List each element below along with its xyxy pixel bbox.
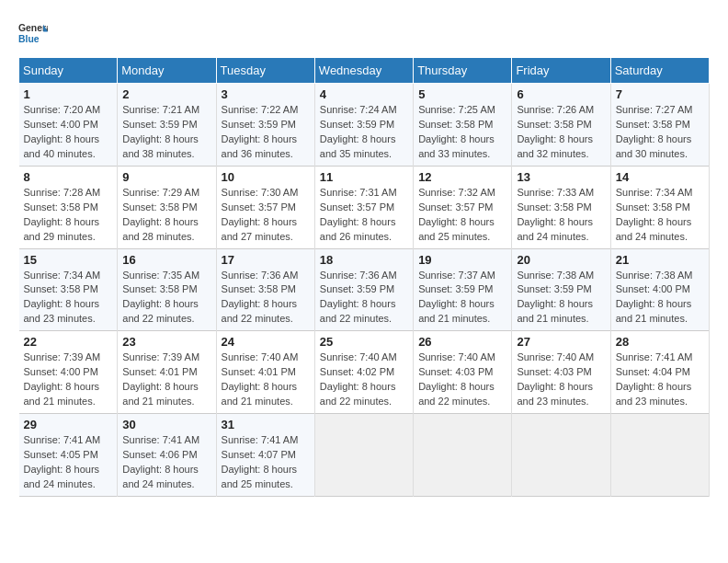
day-number: 2 <box>122 87 210 101</box>
calendar-cell: 29Sunrise: 7:41 AMSunset: 4:05 PMDayligh… <box>19 414 118 497</box>
day-number: 15 <box>24 253 113 267</box>
calendar-cell: 31Sunrise: 7:41 AMSunset: 4:07 PMDayligh… <box>216 414 314 497</box>
calendar-cell: 16Sunrise: 7:35 AMSunset: 3:58 PMDayligh… <box>118 248 216 331</box>
calendar-cell: 7Sunrise: 7:27 AMSunset: 3:58 PMDaylight… <box>610 84 709 167</box>
calendar-cell: 11Sunrise: 7:31 AMSunset: 3:57 PMDayligh… <box>314 166 413 248</box>
day-number: 21 <box>616 253 704 267</box>
day-number: 22 <box>24 335 113 349</box>
calendar-cell: 15Sunrise: 7:34 AMSunset: 3:58 PMDayligh… <box>19 248 118 331</box>
day-number: 7 <box>616 87 704 101</box>
calendar-cell: 18Sunrise: 7:36 AMSunset: 3:59 PMDayligh… <box>314 248 413 331</box>
calendar-cell: 8Sunrise: 7:28 AMSunset: 3:58 PMDaylight… <box>19 166 118 248</box>
weekday-header-saturday: Saturday <box>610 58 709 84</box>
day-info: Sunrise: 7:28 AMSunset: 3:58 PMDaylight:… <box>24 186 113 245</box>
calendar-week-3: 15Sunrise: 7:34 AMSunset: 3:58 PMDayligh… <box>19 248 710 331</box>
day-info: Sunrise: 7:40 AMSunset: 4:01 PMDaylight:… <box>222 350 310 409</box>
day-info: Sunrise: 7:31 AMSunset: 3:57 PMDaylight:… <box>320 186 408 245</box>
day-info: Sunrise: 7:40 AMSunset: 4:03 PMDaylight:… <box>418 350 506 409</box>
day-number: 25 <box>320 335 408 349</box>
calendar-cell: 4Sunrise: 7:24 AMSunset: 3:59 PMDaylight… <box>314 84 413 167</box>
calendar-cell: 25Sunrise: 7:40 AMSunset: 4:02 PMDayligh… <box>314 331 413 414</box>
day-info: Sunrise: 7:37 AMSunset: 3:59 PMDaylight:… <box>418 269 506 327</box>
calendar-cell: 22Sunrise: 7:39 AMSunset: 4:00 PMDayligh… <box>19 331 118 414</box>
day-info: Sunrise: 7:36 AMSunset: 3:58 PMDaylight:… <box>222 269 310 327</box>
logo: General Blue <box>18 18 48 48</box>
day-number: 24 <box>222 335 310 349</box>
day-info: Sunrise: 7:26 AMSunset: 3:58 PMDaylight:… <box>517 103 605 162</box>
day-info: Sunrise: 7:32 AMSunset: 3:57 PMDaylight:… <box>418 186 506 245</box>
day-info: Sunrise: 7:41 AMSunset: 4:07 PMDaylight:… <box>222 433 310 492</box>
day-number: 4 <box>320 87 408 101</box>
day-info: Sunrise: 7:20 AMSunset: 4:00 PMDaylight:… <box>24 103 113 162</box>
day-info: Sunrise: 7:24 AMSunset: 3:59 PMDaylight:… <box>320 103 408 162</box>
calendar-cell: 1Sunrise: 7:20 AMSunset: 4:00 PMDaylight… <box>19 84 118 167</box>
day-number: 13 <box>517 170 605 184</box>
weekday-header-monday: Monday <box>118 58 216 84</box>
day-number: 29 <box>24 418 113 431</box>
day-number: 23 <box>122 335 210 349</box>
day-number: 20 <box>517 253 605 267</box>
day-number: 30 <box>122 418 210 431</box>
day-info: Sunrise: 7:41 AMSunset: 4:05 PMDaylight:… <box>24 433 113 492</box>
day-info: Sunrise: 7:21 AMSunset: 3:59 PMDaylight:… <box>122 103 210 162</box>
calendar-cell: 20Sunrise: 7:38 AMSunset: 3:59 PMDayligh… <box>512 248 610 331</box>
calendar-cell: 5Sunrise: 7:25 AMSunset: 3:58 PMDaylight… <box>414 84 512 167</box>
weekday-header-thursday: Thursday <box>414 58 512 84</box>
logo-icon: General Blue <box>18 18 48 48</box>
day-number: 12 <box>418 170 506 184</box>
day-info: Sunrise: 7:33 AMSunset: 3:58 PMDaylight:… <box>517 186 605 245</box>
day-info: Sunrise: 7:39 AMSunset: 4:00 PMDaylight:… <box>24 350 113 409</box>
calendar-cell: 14Sunrise: 7:34 AMSunset: 3:58 PMDayligh… <box>610 166 709 248</box>
day-info: Sunrise: 7:41 AMSunset: 4:04 PMDaylight:… <box>616 350 704 409</box>
day-info: Sunrise: 7:40 AMSunset: 4:02 PMDaylight:… <box>320 350 408 409</box>
calendar-cell <box>414 414 512 497</box>
day-info: Sunrise: 7:40 AMSunset: 4:03 PMDaylight:… <box>517 350 605 409</box>
weekday-header-friday: Friday <box>512 58 610 84</box>
day-number: 5 <box>418 87 506 101</box>
day-number: 1 <box>24 87 113 101</box>
weekday-header-row: SundayMondayTuesdayWednesdayThursdayFrid… <box>19 58 710 84</box>
calendar-cell <box>610 414 709 497</box>
day-number: 8 <box>24 170 113 184</box>
calendar-week-5: 29Sunrise: 7:41 AMSunset: 4:05 PMDayligh… <box>19 414 710 497</box>
day-info: Sunrise: 7:30 AMSunset: 3:57 PMDaylight:… <box>222 186 310 245</box>
day-info: Sunrise: 7:34 AMSunset: 3:58 PMDaylight:… <box>616 186 704 245</box>
calendar-cell: 24Sunrise: 7:40 AMSunset: 4:01 PMDayligh… <box>216 331 314 414</box>
svg-text:Blue: Blue <box>18 34 40 44</box>
calendar-week-1: 1Sunrise: 7:20 AMSunset: 4:00 PMDaylight… <box>19 84 710 167</box>
calendar-cell: 17Sunrise: 7:36 AMSunset: 3:58 PMDayligh… <box>216 248 314 331</box>
calendar-cell: 19Sunrise: 7:37 AMSunset: 3:59 PMDayligh… <box>414 248 512 331</box>
calendar-cell: 6Sunrise: 7:26 AMSunset: 3:58 PMDaylight… <box>512 84 610 167</box>
calendar-week-2: 8Sunrise: 7:28 AMSunset: 3:58 PMDaylight… <box>19 166 710 248</box>
calendar-cell: 10Sunrise: 7:30 AMSunset: 3:57 PMDayligh… <box>216 166 314 248</box>
day-info: Sunrise: 7:36 AMSunset: 3:59 PMDaylight:… <box>320 269 408 327</box>
calendar-cell: 12Sunrise: 7:32 AMSunset: 3:57 PMDayligh… <box>414 166 512 248</box>
day-number: 18 <box>320 253 408 267</box>
weekday-header-tuesday: Tuesday <box>216 58 314 84</box>
day-number: 31 <box>222 418 310 431</box>
day-info: Sunrise: 7:41 AMSunset: 4:06 PMDaylight:… <box>122 433 210 492</box>
calendar-cell <box>314 414 413 497</box>
day-info: Sunrise: 7:34 AMSunset: 3:58 PMDaylight:… <box>24 269 113 327</box>
day-number: 19 <box>418 253 506 267</box>
calendar-cell <box>512 414 610 497</box>
day-info: Sunrise: 7:38 AMSunset: 4:00 PMDaylight:… <box>616 269 704 327</box>
day-info: Sunrise: 7:38 AMSunset: 3:59 PMDaylight:… <box>517 269 605 327</box>
calendar-cell: 9Sunrise: 7:29 AMSunset: 3:58 PMDaylight… <box>118 166 216 248</box>
weekday-header-sunday: Sunday <box>19 58 118 84</box>
day-info: Sunrise: 7:39 AMSunset: 4:01 PMDaylight:… <box>122 350 210 409</box>
calendar-cell: 2Sunrise: 7:21 AMSunset: 3:59 PMDaylight… <box>118 84 216 167</box>
day-number: 3 <box>222 87 310 101</box>
day-number: 11 <box>320 170 408 184</box>
day-number: 9 <box>122 170 210 184</box>
calendar-cell: 21Sunrise: 7:38 AMSunset: 4:00 PMDayligh… <box>610 248 709 331</box>
day-number: 17 <box>222 253 310 267</box>
day-number: 10 <box>222 170 310 184</box>
weekday-header-wednesday: Wednesday <box>314 58 413 84</box>
day-info: Sunrise: 7:29 AMSunset: 3:58 PMDaylight:… <box>122 186 210 245</box>
calendar-week-4: 22Sunrise: 7:39 AMSunset: 4:00 PMDayligh… <box>19 331 710 414</box>
day-info: Sunrise: 7:35 AMSunset: 3:58 PMDaylight:… <box>122 269 210 327</box>
calendar-cell: 27Sunrise: 7:40 AMSunset: 4:03 PMDayligh… <box>512 331 610 414</box>
calendar-cell: 23Sunrise: 7:39 AMSunset: 4:01 PMDayligh… <box>118 331 216 414</box>
calendar-cell: 28Sunrise: 7:41 AMSunset: 4:04 PMDayligh… <box>610 331 709 414</box>
